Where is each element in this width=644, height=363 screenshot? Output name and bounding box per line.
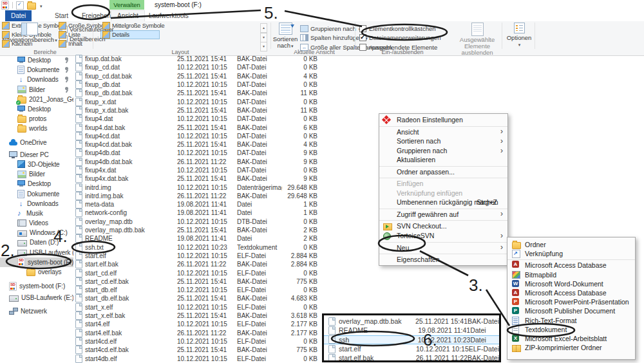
new-submenu-item[interactable]: Microsoft Publisher Document xyxy=(507,306,635,315)
sidebar-item[interactable]: USB-Laufwerk (E:) xyxy=(0,248,73,257)
new-submenu-item[interactable]: Bitmapbild xyxy=(507,270,635,279)
context-menu-item[interactable]: Eigenschaften xyxy=(379,254,507,265)
new-submenu-item[interactable]: Microsoft Access Database xyxy=(507,288,635,297)
context-menu-item[interactable]: Ordner anpassen... xyxy=(379,166,507,177)
file-row[interactable]: meta-data 19.08.2021 11:41 Datei 1 KB xyxy=(72,200,644,209)
context-menu-item[interactable]: Ansicht xyxy=(379,126,507,137)
sidebar-item[interactable]: Downloads xyxy=(0,199,73,209)
sidebar-item[interactable]: USB-Laufwerk (E:) xyxy=(0,293,73,302)
layout-option[interactable]: Mittelgroße Symbole xyxy=(100,21,160,30)
layout-option[interactable]: Details xyxy=(100,30,160,39)
sidebar-item[interactable]: 3D-Objekte xyxy=(0,160,73,169)
file-row[interactable]: fixup4.dat 10.12.2021 10:15 DAT-Datei 0 … xyxy=(72,115,644,123)
new-submenu-item[interactable]: Microsoft Access Database xyxy=(507,259,635,270)
new-submenu-item[interactable]: Microsoft PowerPoint-Präsentation xyxy=(507,297,635,306)
layout-option-icon xyxy=(59,40,66,48)
sidebar-item[interactable]: Bilder xyxy=(0,85,73,95)
show-hide-checkbox[interactable]: Elementkontrollkästchen xyxy=(359,24,440,33)
new-submenu-item-label: Microsoft Access Database xyxy=(525,289,607,297)
inset-file-type: BAK-Datei xyxy=(468,354,499,362)
new-submenu-item-icon xyxy=(512,250,520,258)
sidebar-item[interactable]: 2021_Jonas_Gerk xyxy=(0,95,73,104)
sidebar-item[interactable]: system-boot (F:) xyxy=(0,257,73,267)
sidebar-item[interactable]: Dokumente xyxy=(0,189,73,198)
file-row[interactable]: fixup_x.dat 10.12.2021 10:15 DAT-Datei 0… xyxy=(72,97,644,106)
context-menu-item[interactable]: Verknüpfung einfügen xyxy=(379,189,507,198)
show-hide-checkbox[interactable]: Dateinamenerweiterungen xyxy=(359,33,440,43)
hide-selected-button[interactable]: Ausgewählte Elemente ausblenden xyxy=(453,23,502,56)
sortieren-nach-button[interactable]: Sortieren nach xyxy=(273,23,298,50)
file-row[interactable]: fixup4cd.dat.bak 25.11.2021 15:41 BAK-Da… xyxy=(72,140,644,149)
sidebar-item[interactable]: Desktop xyxy=(0,104,73,114)
new-submenu-item[interactable]: ZIP-komprimierter Ordner xyxy=(507,343,635,352)
file-row[interactable]: overlay_map.dtb.bak 25.11.2021 15:41 BAK… xyxy=(72,226,644,234)
context-menu-item[interactable]: Neu xyxy=(379,242,507,253)
gallery-scrollbar[interactable]: ▴▾▾ xyxy=(260,23,267,51)
context-menu-item[interactable]: Gruppieren nach xyxy=(379,146,507,156)
sidebar-item[interactable]: Dieser PC xyxy=(0,150,73,160)
context-menu-item[interactable]: SVN Checkout... xyxy=(379,220,507,231)
ribbon-tab[interactable]: Ansicht xyxy=(111,10,145,22)
file-row[interactable]: initrd.img 10.12.2021 10:15 Datenträgeri… xyxy=(72,183,644,191)
sidebar-item[interactable]: worlds xyxy=(0,124,73,133)
sidebar-item[interactable]: overlays xyxy=(0,267,73,277)
context-menu-item[interactable]: Radeon Einstellungen xyxy=(379,115,507,125)
ribbon-tab[interactable]: Start xyxy=(49,10,74,21)
sidebar-item[interactable]: Videos xyxy=(0,218,73,228)
sidebar-item[interactable]: Bilder xyxy=(0,169,73,179)
file-row[interactable]: fixup_db.dat 10.12.2021 10:15 DAT-Datei … xyxy=(72,80,644,89)
sidebar-item[interactable]: Dokumente xyxy=(0,65,73,75)
sidebar-item[interactable]: Daten (D:) xyxy=(0,237,73,247)
new-submenu-item[interactable]: Rich-Text-Format xyxy=(507,316,635,325)
navigationsbereich-button[interactable]: Navigationsbereich xyxy=(4,23,55,44)
file-row[interactable]: fixup4db.dat.bak 26.11.2021 11:22 BAK-Da… xyxy=(72,158,644,166)
file-name: start_cd.elf.bak xyxy=(85,278,177,285)
context-menu-item[interactable]: Umbenennen rückgängig machen Strg+Z xyxy=(379,198,507,207)
sidebar-item[interactable]: OneDrive xyxy=(0,138,73,147)
file-row[interactable]: fixup.dat.bak 25.11.2021 15:41 BAK-Datei… xyxy=(72,55,644,63)
optionen-button[interactable]: Optionen xyxy=(505,23,533,48)
new-submenu-item[interactable]: Textdokument xyxy=(507,325,635,334)
sidebar-item[interactable]: Windows (C:) xyxy=(0,228,73,237)
file-icon xyxy=(75,149,82,157)
sidebar-item[interactable]: Desktop xyxy=(0,179,73,189)
file-row[interactable]: network-config 19.08.2021 11:41 Datei 1 … xyxy=(72,209,644,217)
file-row[interactable]: fixup4x.dat 10.12.2021 10:15 DAT-Datei 0… xyxy=(72,166,644,174)
sidebar-item[interactable]: system-boot (F:) xyxy=(0,281,73,291)
properties-icon[interactable] xyxy=(16,1,24,10)
file-size: 0 KB xyxy=(263,133,317,140)
qat-dropdown-caret-icon[interactable] xyxy=(39,2,43,9)
contextual-tab-header: Verwalten xyxy=(109,0,144,10)
file-row[interactable]: fixup4.dat.bak 25.11.2021 15:41 BAK-Date… xyxy=(72,123,644,131)
file-size: 0 KB xyxy=(263,244,317,251)
ribbon-tab[interactable]: Laufwerktools xyxy=(143,10,194,21)
new-submenu-item[interactable]: Microsoft Excel-Arbeitsblatt xyxy=(507,334,635,343)
sidebar-item[interactable]: Desktop xyxy=(0,55,73,65)
ribbon-tab[interactable]: Datei xyxy=(5,10,32,21)
context-menu-item[interactable]: Zugriff gewähren auf xyxy=(379,209,507,219)
new-folder-icon[interactable] xyxy=(27,3,36,10)
file-row[interactable]: fixup_cd.dat 10.12.2021 10:15 DAT-Datei … xyxy=(72,63,644,71)
context-menu-item[interactable]: Einfügen xyxy=(379,178,507,189)
checkbox-icon[interactable] xyxy=(359,34,366,41)
file-row[interactable]: fixup4cd.dat 10.12.2021 10:15 DAT-Datei … xyxy=(72,132,644,140)
sidebar-item[interactable]: Downloads xyxy=(0,75,73,84)
sidebar-item[interactable]: Musik xyxy=(0,209,73,218)
file-row[interactable]: fixup_cd.dat.bak 25.11.2021 15:41 BAK-Da… xyxy=(72,72,644,80)
file-row[interactable]: fixup_x.dat.bak 25.11.2021 15:41 BAK-Dat… xyxy=(72,106,644,115)
context-menu-item[interactable]: Aktualisieren xyxy=(379,155,507,165)
context-menu-item[interactable]: Sortieren nach xyxy=(379,136,507,146)
file-row[interactable]: fixup_db.dat.bak 25.11.2021 15:41 BAK-Da… xyxy=(72,89,644,97)
file-row[interactable]: fixup4db.dat 10.12.2021 10:15 DAT-Datei … xyxy=(72,149,644,157)
file-row[interactable]: fixup4x.dat.bak 25.11.2021 15:41 BAK-Dat… xyxy=(72,174,644,183)
new-submenu-item[interactable]: Microsoft Word-Dokument xyxy=(507,279,635,288)
file-row[interactable]: initrd.img.bak 26.11.2021 11:22 BAK-Date… xyxy=(72,192,644,200)
checkbox-icon[interactable] xyxy=(359,25,366,32)
file-name: fixup4cd.dat xyxy=(85,133,177,140)
sidebar-item[interactable]: Netzwerk xyxy=(0,306,73,316)
context-menu-item[interactable]: TortoiseSVN xyxy=(379,231,507,241)
file-row[interactable]: overlay_map.dtb 10.12.2021 10:15 DTB-Dat… xyxy=(72,218,644,226)
sidebar-item[interactable]: protos xyxy=(0,114,73,124)
new-submenu-item[interactable]: Ordner xyxy=(507,240,635,249)
new-submenu-item[interactable]: Verknüpfung xyxy=(507,249,635,258)
